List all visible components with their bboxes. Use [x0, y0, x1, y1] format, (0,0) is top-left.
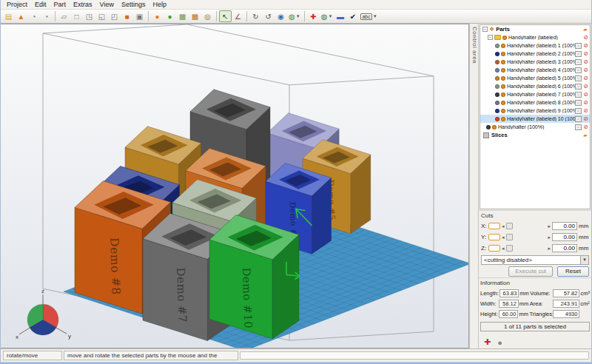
- tree-item-1[interactable]: Handyhalter (labeled) 1 (100%)▫⊘: [480, 41, 590, 50]
- disable-part-button[interactable]: ⊘: [582, 124, 589, 130]
- disable-part-button[interactable]: ⊘: [582, 43, 589, 49]
- gauge-icon-1[interactable]: ◔: [27, 10, 40, 22]
- tree-item-2[interactable]: Handyhalter (labeled) 2 (100%)▫⊘: [480, 50, 590, 58]
- tree-item-3[interactable]: Handyhalter (labeled) 3 (100%)▫⊘: [480, 58, 590, 66]
- disable-part-button[interactable]: ⊘: [582, 116, 589, 122]
- open-project-icon[interactable]: ▲: [15, 10, 27, 22]
- viewport-3d[interactable]: Demo #5Demo #9Demo #8Demo #6Demo #7Demo …: [1, 24, 469, 348]
- tree-item-7[interactable]: Handyhalter (labeled) 7 (100%)▫⊘: [480, 90, 590, 98]
- cut-enable-box[interactable]: [488, 234, 500, 240]
- abc-label-icon[interactable]: abc▼: [359, 10, 378, 22]
- disable-part-button[interactable]: ⊘: [582, 108, 589, 114]
- collapse-icon[interactable]: −: [482, 27, 488, 32]
- execute-cut-button[interactable]: Execute cut: [508, 266, 553, 277]
- add-part-icon[interactable]: ✚: [484, 337, 491, 347]
- spin-right-icon[interactable]: ▸: [548, 246, 551, 252]
- menu-project[interactable]: Project: [3, 1, 31, 8]
- cube-icon-4[interactable]: ◱: [95, 10, 108, 22]
- tree-item-4[interactable]: Handyhalter (labeled) 4 (100%)▫⊘: [480, 66, 590, 74]
- cut-value-field[interactable]: 0.00: [552, 244, 577, 252]
- cut-slider-thumb[interactable]: [506, 223, 513, 229]
- spin-left-icon[interactable]: ◂: [502, 246, 505, 252]
- label-image-button[interactable]: ▫: [575, 108, 582, 114]
- pill-icon[interactable]: ▬: [334, 10, 346, 22]
- label-image-button[interactable]: ▫: [575, 100, 582, 106]
- select-tool-icon[interactable]: ↖: [219, 10, 232, 22]
- scene-canvas[interactable]: Demo #5Demo #9Demo #8Demo #6Demo #7Demo …: [1, 24, 468, 348]
- disable-part-button[interactable]: ⊘: [582, 100, 589, 106]
- cut-enable-box[interactable]: [488, 223, 500, 229]
- cut-slider-thumb[interactable]: [506, 245, 513, 252]
- group-action-icon[interactable]: ▰: [582, 27, 589, 33]
- menu-extras[interactable]: Extras: [70, 1, 96, 8]
- label-image-button[interactable]: ▫: [575, 92, 582, 98]
- label-image-button[interactable]: ▫: [575, 67, 582, 73]
- tree-item-ungrouped[interactable]: Handyhalter (100%)▫⊘: [480, 123, 590, 131]
- cube-icon-5[interactable]: ◰: [108, 10, 121, 22]
- label-image-button[interactable]: ▫: [575, 124, 582, 130]
- label-image-button[interactable]: ▫: [575, 75, 582, 81]
- disable-part-button[interactable]: ⊘: [582, 75, 589, 81]
- menu-edit[interactable]: Edit: [31, 1, 50, 8]
- tree-item-8[interactable]: Handyhalter (labeled) 8 (100%)▫⊘: [480, 98, 590, 107]
- magnifier-icon[interactable]: ◎: [201, 10, 214, 22]
- tree-item-5[interactable]: Handyhalter (labeled) 5 (100%)▫⊘: [480, 74, 590, 82]
- menu-settings[interactable]: Settings: [118, 1, 149, 8]
- tree-item-10[interactable]: Handyhalter (labeled) 10 (100%)▫⊘: [480, 115, 590, 123]
- cube-icon-orange[interactable]: ■: [121, 10, 133, 22]
- tree-slices[interactable]: Slices▰: [480, 131, 590, 139]
- disable-part-button[interactable]: ⊘: [582, 51, 589, 57]
- cube-pattern-orange-icon[interactable]: ▩: [189, 10, 201, 22]
- label-image-button[interactable]: ▫: [575, 84, 582, 90]
- cut-value-field[interactable]: 0.00: [552, 222, 577, 230]
- cut-value-field[interactable]: 0.00: [552, 233, 577, 241]
- reset-button[interactable]: Reset: [557, 266, 589, 277]
- cut-slider-thumb[interactable]: [506, 234, 513, 240]
- chevron-down-icon[interactable]: ▼: [328, 14, 332, 18]
- cube-icon-1[interactable]: ▱: [58, 10, 70, 22]
- add-cross-icon[interactable]: ✚: [307, 10, 320, 22]
- disable-part-button[interactable]: ⊘: [582, 35, 589, 41]
- sphere-orange-icon[interactable]: ●: [151, 10, 164, 22]
- label-image-button[interactable]: ▫: [575, 59, 582, 65]
- disable-part-button[interactable]: ⊘: [582, 92, 589, 98]
- orbit-icon-1[interactable]: ↻: [249, 10, 262, 22]
- cube-icon-3[interactable]: ◳: [83, 10, 95, 22]
- chevron-down-icon[interactable]: ▼: [373, 14, 377, 18]
- spheres-icon[interactable]: ◉: [275, 10, 287, 22]
- sphere-green-icon[interactable]: ●: [164, 10, 176, 22]
- group-action-icon[interactable]: ▰: [582, 132, 589, 138]
- cube-icon-2[interactable]: □: [70, 10, 83, 22]
- menu-part[interactable]: Part: [50, 1, 70, 8]
- spin-left-icon[interactable]: ◂: [502, 235, 505, 240]
- tree-item-9[interactable]: Handyhalter (labeled) 9 (100%)▫⊘: [480, 107, 590, 115]
- spin-right-icon[interactable]: ▸: [548, 235, 551, 240]
- spin-left-icon[interactable]: ◂: [502, 223, 505, 229]
- spin-right-icon[interactable]: ▸: [548, 223, 551, 229]
- cutting-mode-dropdown[interactable]: <cutting disabled> ▼: [481, 255, 589, 265]
- sphere-gray-icon[interactable]: ●: [497, 338, 502, 347]
- collapse-icon[interactable]: −: [488, 35, 493, 40]
- gauge-icon-2[interactable]: ◔: [40, 10, 53, 22]
- check-icon[interactable]: ✔: [346, 10, 359, 22]
- cube-icon-6[interactable]: ▣: [133, 10, 146, 22]
- globe-icon[interactable]: ◍▼: [287, 10, 302, 22]
- cut-enable-box[interactable]: [488, 245, 500, 252]
- control-area-strip[interactable]: Control area: [469, 24, 479, 348]
- tree-root-parts[interactable]: −❖Parts▰: [480, 25, 590, 33]
- chevron-down-icon[interactable]: ▼: [580, 256, 588, 264]
- menu-view[interactable]: View: [96, 1, 118, 8]
- model-demo-10[interactable]: Demo #10: [209, 215, 299, 339]
- disable-part-button[interactable]: ⊘: [582, 84, 589, 90]
- label-image-button[interactable]: ▫: [575, 43, 582, 49]
- disable-part-button[interactable]: ⊘: [582, 59, 589, 65]
- tree-item-6[interactable]: Handyhalter (labeled) 6 (100%)▫⊘: [480, 82, 590, 90]
- chevron-down-icon[interactable]: ▼: [296, 14, 300, 18]
- cube-pattern-icon[interactable]: ▩: [176, 10, 189, 22]
- label-image-button[interactable]: ▫: [575, 116, 582, 122]
- menu-help[interactable]: Help: [149, 1, 170, 8]
- new-project-icon[interactable]: ▤: [2, 10, 15, 22]
- label-image-button[interactable]: ▫: [575, 51, 582, 57]
- globe-drop-icon[interactable]: ◍▼: [320, 10, 334, 22]
- rotate-tool-icon[interactable]: ∠: [232, 10, 244, 22]
